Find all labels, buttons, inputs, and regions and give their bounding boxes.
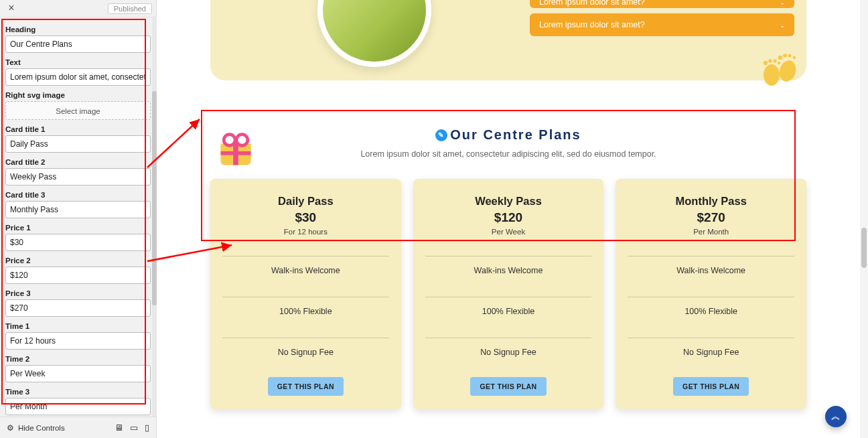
plans-section-title: ✎ Our Centre Plans (435, 127, 581, 143)
svg-point-8 (788, 54, 792, 58)
mobile-icon[interactable]: ▯ (145, 423, 149, 433)
field-label-price-3: Price 3 (5, 289, 151, 297)
plan-card-price: $270 (628, 210, 794, 225)
tablet-icon[interactable]: ▭ (130, 423, 138, 433)
scroll-to-top-button[interactable]: ︽ (825, 406, 847, 427)
plan-feature: 100% Flexible (425, 297, 592, 325)
svg-point-2 (764, 61, 768, 65)
plan-card-title: Weekly Pass (425, 195, 592, 208)
card-title-2-input[interactable] (5, 168, 151, 186)
hide-controls-label: Hide Controls (18, 424, 65, 432)
sidebar-scrollbar-track[interactable] (152, 17, 157, 417)
card-title-1-input[interactable] (5, 135, 151, 153)
plan-feature: No Signup Fee (425, 338, 592, 366)
plan-feature: No Signup Fee (222, 338, 389, 366)
sidebar-scrollbar-thumb[interactable] (152, 91, 157, 305)
field-label-heading: Heading (5, 25, 151, 33)
plan-card-title: Monthly Pass (628, 195, 794, 208)
plan-feature: No Signup Fee (628, 338, 794, 366)
svg-point-7 (783, 54, 787, 58)
plans-title-text: Our Centre Plans (450, 127, 581, 143)
field-label-time-1: Time 1 (5, 322, 151, 330)
hero-cream-band: Lorem ipsum dolor sit amet? ⌄ Lorem ipsu… (210, 0, 806, 80)
heading-input[interactable] (5, 35, 151, 53)
get-plan-button[interactable]: GET THIS PLAN (470, 377, 546, 396)
select-image-button[interactable]: Select image (5, 101, 151, 120)
accordion-item-2-label: Lorem ipsum dolor sit amet? (539, 20, 645, 29)
svg-point-5 (778, 62, 780, 64)
hero-image-circle (317, 0, 431, 67)
price-2-input[interactable] (5, 267, 151, 284)
field-label-card-title-3: Card title 3 (5, 191, 151, 199)
chevron-up-icon: ︽ (831, 411, 841, 423)
svg-rect-13 (221, 151, 251, 155)
plan-feature: 100% Flexible (222, 297, 389, 325)
svg-point-3 (768, 59, 772, 63)
time-3-input[interactable] (5, 398, 151, 415)
gear-icon: ⚙ (7, 423, 14, 433)
preview-scrollbar-thumb[interactable] (861, 228, 867, 268)
plan-card-daily: Daily Pass $30 For 12 hours Walk-ins Wel… (210, 179, 401, 409)
faq-accordion: Lorem ipsum dolor sit amet? ⌄ Lorem ipsu… (530, 0, 794, 42)
plan-card-time: For 12 hours (222, 228, 389, 236)
field-label-price-1: Price 1 (5, 224, 151, 232)
svg-point-4 (774, 60, 777, 63)
accordion-item-1[interactable]: Lorem ipsum dolor sit amet? ⌄ (530, 0, 794, 8)
plan-card-title: Daily Pass (222, 195, 389, 208)
time-2-input[interactable] (5, 365, 151, 382)
plan-card-monthly: Monthly Pass $270 Per Month Walk-ins Wel… (616, 179, 806, 409)
sidebar-bottom-bar: ⚙ Hide Controls 🖥 ▭ ▯ (0, 417, 156, 438)
preview-scrollbar-track[interactable] (860, 0, 868, 438)
sidebar-fields-scroll[interactable]: Heading Text Right svg image Select imag… (0, 17, 156, 417)
accordion-item-2[interactable]: Lorem ipsum dolor sit amet? ⌄ (530, 13, 794, 36)
chevron-down-icon: ⌄ (780, 21, 785, 29)
chevron-down-icon: ⌄ (780, 0, 785, 6)
hide-controls-button[interactable]: ⚙ Hide Controls (7, 423, 65, 433)
plan-card-price: $30 (222, 210, 389, 225)
accordion-item-1-label: Lorem ipsum dolor sit amet? (539, 0, 645, 7)
card-title-3-input[interactable] (5, 201, 151, 218)
field-label-right-svg: Right svg image (5, 91, 151, 99)
device-preview-icons: 🖥 ▭ ▯ (115, 423, 149, 433)
plan-feature: 100% Flexible (628, 297, 794, 325)
desktop-icon[interactable]: 🖥 (115, 423, 123, 433)
inspector-sidebar: × Published Heading Text Right svg image… (0, 0, 157, 438)
plan-card-weekly: Weekly Pass $120 Per Week Walk-ins Welco… (413, 179, 604, 409)
plan-card-time: Per Week (425, 228, 592, 236)
svg-point-6 (778, 56, 782, 60)
published-status[interactable]: Published (108, 3, 152, 14)
field-label-card-title-2: Card title 2 (5, 158, 151, 166)
price-3-input[interactable] (5, 299, 151, 317)
svg-point-1 (777, 58, 798, 83)
close-icon[interactable]: × (4, 1, 19, 16)
get-plan-button[interactable]: GET THIS PLAN (268, 377, 344, 396)
edit-icon[interactable]: ✎ (435, 129, 447, 141)
plan-feature: Walk-ins Welcome (222, 256, 389, 285)
plans-section: ✎ Our Centre Plans Lorem ipsum dolor sit… (157, 127, 860, 409)
plan-cards-row: Daily Pass $30 For 12 hours Walk-ins Wel… (210, 179, 806, 409)
field-label-time-3: Time 3 (5, 388, 151, 396)
field-label-price-2: Price 2 (5, 257, 151, 265)
svg-point-9 (793, 56, 796, 59)
gift-icon (216, 130, 256, 170)
svg-point-0 (764, 64, 780, 86)
feet-icon (758, 48, 801, 91)
plans-section-subtitle: Lorem ipsum dolor sit amet, consectetur … (210, 149, 806, 159)
time-1-input[interactable] (5, 332, 151, 350)
field-label-time-2: Time 2 (5, 355, 151, 363)
text-input[interactable] (5, 68, 151, 86)
plan-card-time: Per Month (628, 228, 794, 236)
field-label-text: Text (5, 58, 151, 66)
price-1-input[interactable] (5, 234, 151, 251)
get-plan-button[interactable]: GET THIS PLAN (673, 377, 749, 396)
plan-card-price: $120 (425, 210, 592, 225)
sidebar-top-bar: × Published (0, 0, 156, 17)
plan-feature: Walk-ins Welcome (425, 256, 592, 285)
page-preview: Lorem ipsum dolor sit amet? ⌄ Lorem ipsu… (157, 0, 868, 438)
plan-feature: Walk-ins Welcome (628, 256, 794, 285)
field-label-card-title-1: Card title 1 (5, 125, 151, 133)
